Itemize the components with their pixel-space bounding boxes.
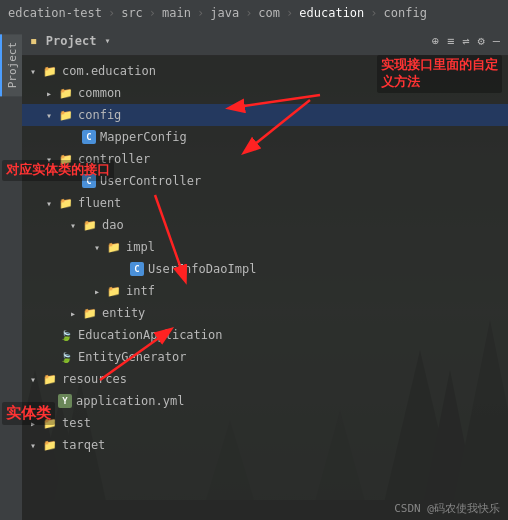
folder-icon-intf: 📁 (106, 283, 122, 299)
java-icon-usercontroller: C (82, 174, 96, 188)
tree-item-tarqet[interactable]: ▾ 📁 tarqet (22, 434, 508, 456)
tree-item-educationapp[interactable]: 🍃 EducationApplication (22, 324, 508, 346)
main-panel: ▪ Project ▾ ⊕ ≡ ⇌ ⚙ — ▾ 📁 com.education … (22, 26, 508, 520)
folder-icon-entity: 📁 (82, 305, 98, 321)
arrow-entity: ▸ (70, 308, 82, 319)
left-sidebar: Project (0, 26, 22, 520)
label-fluent: fluent (78, 196, 121, 210)
sep-0: › (108, 6, 115, 20)
arrow-config: ▾ (46, 110, 58, 121)
sep-3: › (245, 6, 252, 20)
tree-item-dao[interactable]: ▾ 📁 dao (22, 214, 508, 236)
sep-4: › (286, 6, 293, 20)
tree-item-common[interactable]: ▸ 📁 common (22, 82, 508, 104)
label-resources: resources (62, 372, 127, 386)
tree-item-userinfodaoimpl[interactable]: C UserInfoDaoImpl (22, 258, 508, 280)
tree-item-entitygenerator[interactable]: 🍃 EntityGenerator (22, 346, 508, 368)
tree-item-config[interactable]: ▾ 📁 config (22, 104, 508, 126)
arrow-com-education: ▾ (30, 66, 42, 77)
panel-title: Project (46, 34, 97, 48)
label-tarqet: tarqet (62, 438, 105, 452)
sep-1: › (149, 6, 156, 20)
folder-icon-resources: 📁 (42, 371, 58, 387)
sep-5: › (370, 6, 377, 20)
breadcrumb-src[interactable]: src (121, 6, 143, 20)
breadcrumb-education[interactable]: education (299, 6, 364, 20)
label-controller: controller (78, 152, 150, 166)
panel-dropdown-arrow[interactable]: ▾ (104, 35, 110, 46)
arrow-resources: ▾ (30, 374, 42, 385)
label-entitygenerator: EntityGenerator (78, 350, 186, 364)
tree-item-entity[interactable]: ▸ 📁 entity (22, 302, 508, 324)
tree-item-com-education[interactable]: ▾ 📁 com.education (22, 60, 508, 82)
tree-item-fluent[interactable]: ▾ 📁 fluent (22, 192, 508, 214)
arrow-common: ▸ (46, 88, 58, 99)
expand-icon[interactable]: ⇌ (462, 34, 469, 48)
arrow-dao: ▾ (70, 220, 82, 231)
tree-item-impl[interactable]: ▾ 📁 impl (22, 236, 508, 258)
label-test: test (62, 416, 91, 430)
folder-icon-config: 📁 (58, 107, 74, 123)
label-impl: impl (126, 240, 155, 254)
spring-icon-educationapp: 🍃 (58, 327, 74, 343)
label-entity: entity (102, 306, 145, 320)
breadcrumb-config[interactable]: config (384, 6, 427, 20)
folder-icon-test: 📁 (42, 415, 58, 431)
breadcrumb-main[interactable]: main (162, 6, 191, 20)
sidebar-project-tab[interactable]: Project (0, 34, 22, 96)
label-appyml: application.yml (76, 394, 184, 408)
label-intf: intf (126, 284, 155, 298)
panel-header: ▪ Project ▾ ⊕ ≡ ⇌ ⚙ — (22, 26, 508, 56)
file-tree: ▾ 📁 com.education ▸ 📁 common ▾ 📁 config … (22, 56, 508, 520)
hide-icon[interactable]: — (493, 34, 500, 48)
tree-item-controller[interactable]: ▾ 📁 controller (22, 148, 508, 170)
arrow-test: ▸ (30, 418, 42, 429)
spring-icon-entitygenerator: 🍃 (58, 349, 74, 365)
csdn-credit: CSDN @码农使我快乐 (394, 502, 500, 515)
tree-item-usercontroller[interactable]: C UserController (22, 170, 508, 192)
label-educationapp: EducationApplication (78, 328, 223, 342)
arrow-fluent: ▾ (46, 198, 58, 209)
folder-icon-header: ▪ (30, 33, 38, 48)
arrow-controller: ▾ (46, 154, 58, 165)
collapse-icon[interactable]: ≡ (447, 34, 454, 48)
panel-toolbar: ⊕ ≡ ⇌ ⚙ — (432, 34, 500, 48)
label-usercontroller: UserController (100, 174, 201, 188)
tree-item-appyml[interactable]: Y application.yml (22, 390, 508, 412)
label-userinfodaoimpl: UserInfoDaoImpl (148, 262, 256, 276)
bottom-bar: CSDN @码农使我快乐 (386, 497, 508, 520)
breadcrumb-project[interactable]: edcation-test (8, 6, 102, 20)
settings-icon[interactable]: ⚙ (478, 34, 485, 48)
arrow-intf: ▸ (94, 286, 106, 297)
label-common: common (78, 86, 121, 100)
tree-item-resources[interactable]: ▾ 📁 resources (22, 368, 508, 390)
yaml-icon-appyml: Y (58, 394, 72, 408)
breadcrumb-com[interactable]: com (258, 6, 280, 20)
tree-item-test[interactable]: ▸ 📁 test (22, 412, 508, 434)
breadcrumb-bar: edcation-test › src › main › java › com … (0, 0, 508, 26)
label-com-education: com.education (62, 64, 156, 78)
label-dao: dao (102, 218, 124, 232)
folder-icon-controller: 📁 (58, 151, 74, 167)
label-config: config (78, 108, 121, 122)
java-icon-userinfodaoimpl: C (130, 262, 144, 276)
folder-icon-impl: 📁 (106, 239, 122, 255)
folder-icon-tarqet: 📁 (42, 437, 58, 453)
tree-item-intf[interactable]: ▸ 📁 intf (22, 280, 508, 302)
sep-2: › (197, 6, 204, 20)
breadcrumb-java[interactable]: java (210, 6, 239, 20)
folder-icon-fluent: 📁 (58, 195, 74, 211)
locate-icon[interactable]: ⊕ (432, 34, 439, 48)
tree-item-mapperconfig[interactable]: C MapperConfig (22, 126, 508, 148)
label-mapperconfig: MapperConfig (100, 130, 187, 144)
arrow-impl: ▾ (94, 242, 106, 253)
folder-icon-dao: 📁 (82, 217, 98, 233)
java-icon-mapperconfig: C (82, 130, 96, 144)
folder-icon-com-education: 📁 (42, 63, 58, 79)
folder-icon-common: 📁 (58, 85, 74, 101)
arrow-tarqet: ▾ (30, 440, 42, 451)
